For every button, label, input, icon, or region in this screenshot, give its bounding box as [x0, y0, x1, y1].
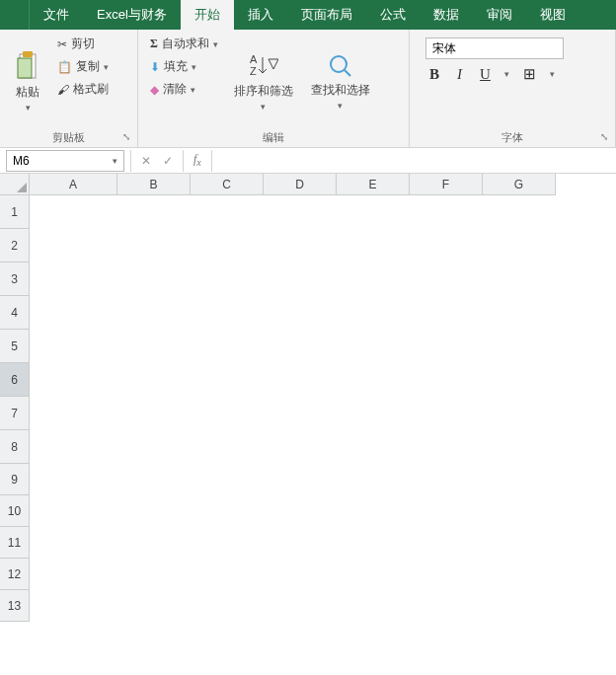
tab-1[interactable]: Excel与财务: [83, 0, 181, 30]
col-header-F[interactable]: F: [410, 174, 483, 195]
underline-button[interactable]: U: [476, 64, 495, 85]
formula-bar[interactable]: [211, 150, 616, 172]
paste-button[interactable]: 粘贴 ▾: [8, 34, 47, 128]
copy-icon: 📋: [57, 60, 72, 74]
row-header-10[interactable]: 10: [0, 495, 30, 527]
border-button[interactable]: ⊞: [519, 63, 540, 85]
svg-point-5: [331, 56, 346, 72]
svg-rect-1: [23, 51, 33, 57]
font-group-label: 字体: [418, 128, 607, 147]
cut-button[interactable]: ✂剪切: [53, 34, 113, 54]
row-header-12[interactable]: 12: [0, 559, 30, 590]
row-header-2[interactable]: 2: [0, 229, 30, 262]
fill-button[interactable]: ⬇填充▾: [146, 56, 222, 77]
confirm-formula-button[interactable]: ✓: [163, 154, 173, 168]
sort-filter-button[interactable]: AZ 排序和筛选▾: [228, 34, 299, 128]
clipboard-group-label: 剪贴板: [8, 128, 129, 147]
ribbon-expand[interactable]: [0, 0, 30, 30]
format-painter-button[interactable]: 🖌格式刷: [53, 79, 113, 100]
row-header-7[interactable]: 7: [0, 397, 30, 430]
fill-icon: ⬇: [150, 60, 160, 74]
tab-4[interactable]: 页面布局: [287, 0, 366, 30]
row-header-1[interactable]: 1: [0, 195, 30, 229]
row-header-5[interactable]: 5: [0, 330, 30, 363]
copy-button[interactable]: 📋复制▾: [53, 56, 113, 77]
sigma-icon: Σ: [150, 37, 158, 51]
paste-label: 粘贴: [16, 84, 39, 101]
tab-0[interactable]: 文件: [30, 0, 83, 30]
col-header-C[interactable]: C: [191, 174, 264, 195]
col-header-G[interactable]: G: [483, 174, 556, 195]
eraser-icon: ◆: [150, 83, 159, 97]
autosum-button[interactable]: Σ自动求和▾: [146, 34, 222, 54]
tab-2[interactable]: 开始: [181, 0, 234, 30]
name-box[interactable]: M6▾: [6, 150, 124, 172]
font-name-select[interactable]: 宋体: [425, 38, 564, 59]
editing-group-label: 编辑: [146, 128, 401, 147]
clear-button[interactable]: ◆清除▾: [146, 79, 222, 100]
row-header-3[interactable]: 3: [0, 262, 30, 296]
cancel-formula-button[interactable]: ✕: [141, 154, 151, 168]
tab-6[interactable]: 数据: [420, 0, 473, 30]
svg-line-6: [345, 70, 350, 76]
scissors-icon: ✂: [57, 38, 67, 51]
tab-3[interactable]: 插入: [234, 0, 287, 30]
col-header-E[interactable]: E: [337, 174, 410, 195]
select-all[interactable]: [0, 174, 30, 195]
font-launcher[interactable]: ⤡: [597, 129, 611, 143]
tab-5[interactable]: 公式: [366, 0, 420, 30]
col-header-B[interactable]: B: [117, 174, 191, 195]
svg-text:A: A: [250, 53, 258, 65]
row-header-4[interactable]: 4: [0, 296, 30, 330]
col-header-A[interactable]: A: [30, 174, 117, 195]
svg-rect-2: [18, 58, 32, 78]
chevron-down-icon: ▾: [26, 103, 31, 112]
italic-button[interactable]: I: [453, 64, 466, 85]
find-select-button[interactable]: 查找和选择▾: [305, 34, 376, 128]
col-header-D[interactable]: D: [264, 174, 337, 195]
brush-icon: 🖌: [57, 83, 69, 97]
row-header-11[interactable]: 11: [0, 527, 30, 559]
chevron-down-icon: ▾: [113, 156, 117, 166]
row-header-8[interactable]: 8: [0, 430, 30, 464]
fx-icon: fx: [184, 152, 211, 168]
clipboard-launcher[interactable]: ⤡: [119, 129, 133, 143]
bold-button[interactable]: B: [425, 64, 443, 85]
tab-8[interactable]: 视图: [526, 0, 579, 30]
row-header-9[interactable]: 9: [0, 464, 30, 495]
svg-text:Z: Z: [250, 65, 257, 77]
row-header-13[interactable]: 13: [0, 590, 30, 622]
tab-7[interactable]: 审阅: [473, 0, 526, 30]
row-header-6[interactable]: 6: [0, 363, 30, 397]
